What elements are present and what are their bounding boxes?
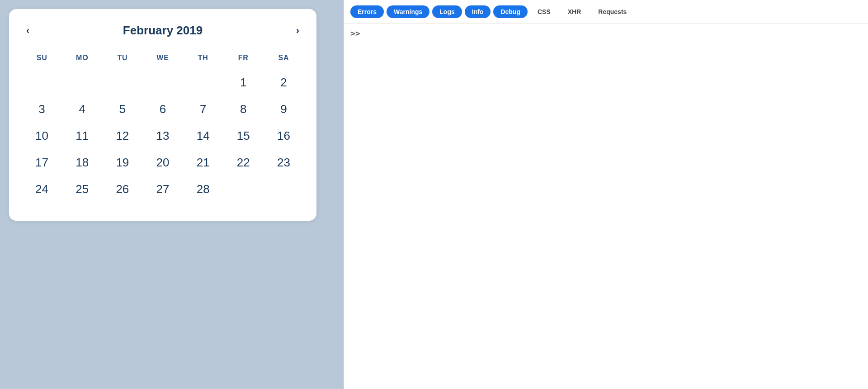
calendar-day[interactable]: 12 bbox=[102, 123, 142, 149]
calendar-card: ‹ February 2019 › SUMOTUWETHFRSA 1234567… bbox=[9, 9, 316, 221]
calendar-day[interactable]: 23 bbox=[264, 149, 304, 176]
calendar-header: ‹ February 2019 › bbox=[22, 24, 304, 38]
console-prompt: >> bbox=[350, 28, 360, 38]
calendar-day[interactable]: 9 bbox=[264, 96, 304, 123]
calendar-weekday-header: SU bbox=[22, 50, 62, 69]
calendar-day[interactable]: 3 bbox=[22, 96, 62, 123]
calendar-day[interactable]: 27 bbox=[142, 176, 183, 203]
filter-btn-errors[interactable]: Errors bbox=[350, 5, 384, 18]
calendar-day[interactable]: 26 bbox=[102, 176, 142, 203]
right-panel: ErrorsWarningsLogsInfoDebugCSSXHRRequest… bbox=[344, 0, 868, 389]
calendar-day[interactable]: 16 bbox=[264, 123, 304, 149]
calendar-day[interactable]: 25 bbox=[62, 176, 102, 203]
calendar-day[interactable]: 6 bbox=[142, 96, 183, 123]
calendar-day[interactable]: 10 bbox=[22, 123, 62, 149]
calendar-day[interactable]: 11 bbox=[62, 123, 102, 149]
calendar-empty-day bbox=[183, 69, 223, 96]
calendar-weekday-header: MO bbox=[62, 50, 102, 69]
prev-month-button[interactable]: ‹ bbox=[22, 24, 34, 38]
next-month-button[interactable]: › bbox=[292, 24, 304, 38]
calendar-week-row: 2425262728 bbox=[22, 176, 304, 203]
filter-btn-logs[interactable]: Logs bbox=[432, 5, 462, 18]
calendar-day[interactable]: 13 bbox=[142, 123, 183, 149]
calendar-empty-day bbox=[102, 69, 142, 96]
calendar-day[interactable]: 5 bbox=[102, 96, 142, 123]
calendar-day[interactable]: 21 bbox=[183, 149, 223, 176]
calendar-week-row: 3456789 bbox=[22, 96, 304, 123]
calendar-day[interactable]: 7 bbox=[183, 96, 223, 123]
filter-btn-info[interactable]: Info bbox=[465, 5, 491, 18]
calendar-empty-day bbox=[264, 176, 304, 203]
calendar-weekday-header: WE bbox=[142, 50, 183, 69]
calendar-week-row: 12 bbox=[22, 69, 304, 96]
filter-btn-debug[interactable]: Debug bbox=[493, 5, 528, 18]
calendar-day[interactable]: 18 bbox=[62, 149, 102, 176]
calendar-day[interactable]: 8 bbox=[223, 96, 264, 123]
filter-btn-requests[interactable]: Requests bbox=[591, 5, 634, 18]
calendar-empty-day bbox=[223, 176, 264, 203]
calendar-day[interactable]: 19 bbox=[102, 149, 142, 176]
calendar-day[interactable]: 20 bbox=[142, 149, 183, 176]
calendar-empty-day bbox=[22, 69, 62, 96]
calendar-day[interactable]: 14 bbox=[183, 123, 223, 149]
calendar-day[interactable]: 22 bbox=[223, 149, 264, 176]
filter-btn-xhr[interactable]: XHR bbox=[561, 5, 589, 18]
calendar-day[interactable]: 1 bbox=[223, 69, 264, 96]
calendar-weekday-header: TU bbox=[102, 50, 142, 69]
devtools-toolbar: ErrorsWarningsLogsInfoDebugCSSXHRRequest… bbox=[344, 0, 868, 24]
calendar-day[interactable]: 28 bbox=[183, 176, 223, 203]
filter-btn-warnings[interactable]: Warnings bbox=[387, 5, 429, 18]
calendar-week-row: 10111213141516 bbox=[22, 123, 304, 149]
calendar-day[interactable]: 24 bbox=[22, 176, 62, 203]
calendar-week-row: 17181920212223 bbox=[22, 149, 304, 176]
calendar-weekday-header: TH bbox=[183, 50, 223, 69]
calendar-day[interactable]: 17 bbox=[22, 149, 62, 176]
calendar-empty-day bbox=[62, 69, 102, 96]
calendar-grid: SUMOTUWETHFRSA 1234567891011121314151617… bbox=[22, 50, 304, 203]
calendar-day[interactable]: 2 bbox=[264, 69, 304, 96]
calendar-weekday-header: SA bbox=[264, 50, 304, 69]
calendar-weekday-header: FR bbox=[223, 50, 264, 69]
left-panel: ‹ February 2019 › SUMOTUWETHFRSA 1234567… bbox=[0, 0, 344, 389]
calendar-day[interactable]: 4 bbox=[62, 96, 102, 123]
console-area: >> bbox=[344, 24, 868, 389]
calendar-title: February 2019 bbox=[123, 24, 203, 38]
filter-btn-css[interactable]: CSS bbox=[530, 5, 558, 18]
calendar-empty-day bbox=[142, 69, 183, 96]
calendar-weekday-row: SUMOTUWETHFRSA bbox=[22, 50, 304, 69]
calendar-day[interactable]: 15 bbox=[223, 123, 264, 149]
